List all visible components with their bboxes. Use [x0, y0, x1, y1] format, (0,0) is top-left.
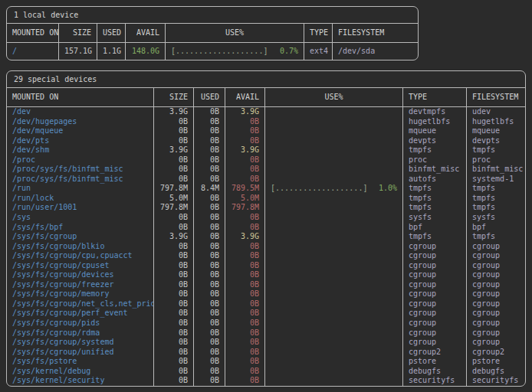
used-value: 0B: [193, 309, 225, 318]
type-value: hugetlbfs: [402, 117, 466, 127]
used-value: 0B: [193, 357, 225, 367]
mount-point: /sys: [7, 213, 153, 223]
used-value: 0B: [193, 289, 225, 299]
used-value: 0B: [193, 270, 225, 280]
mount-point: /sys/fs/cgroup/perf_event: [7, 309, 153, 318]
mount-point: /dev/hugepages: [7, 117, 153, 127]
filesystem-value: debugfs: [466, 367, 525, 377]
type-value: cgroup: [402, 328, 466, 338]
column-header-mounted-on: MOUNTED ON: [7, 24, 58, 42]
use-percent-cell: [264, 251, 402, 261]
avail-value: 0B: [225, 280, 264, 290]
avail-value: 0B: [225, 289, 264, 299]
avail-value: 0B: [225, 357, 264, 367]
use-percent-cell: [264, 165, 402, 175]
avail-value: 0B: [225, 270, 264, 280]
table-header-row: MOUNTED ON SIZE USED AVAIL USE% TYPE FIL…: [7, 24, 418, 43]
type-value: devtmpfs: [402, 107, 466, 117]
table-row: /proc0B0B0Bprocproc: [7, 155, 525, 165]
type-value: cgroup: [402, 338, 466, 348]
filesystem-value: cgroup: [466, 309, 525, 318]
type-value: cgroup: [402, 280, 466, 290]
filesystem-value: cgroup: [466, 261, 525, 271]
table-row: /sys/fs/cgroup/blkio0B0B0Bcgroupcgroup: [7, 242, 525, 252]
table-row: /157.1G1.1G148.0G[...................]0.…: [7, 43, 418, 60]
mount-point: /sys/fs/cgroup/rdma: [7, 328, 153, 338]
size-value: 0B: [153, 348, 193, 358]
table-row: /dev/shm3.9G0B3.9Gtmpfstmpfs: [7, 145, 525, 155]
type-value: sysfs: [402, 213, 466, 223]
mount-point: /dev/pts: [7, 136, 153, 146]
use-percent-cell: [264, 270, 402, 280]
table-row: /sys/fs/cgroup/memory0B0B0Bcgroupcgroup: [7, 289, 525, 299]
used-value: 0B: [193, 175, 225, 185]
type-value: proc: [402, 155, 466, 165]
size-value: 0B: [153, 309, 193, 318]
used-value: 0B: [193, 367, 225, 377]
table-row: /sys/fs/cgroup/rdma0B0B0Bcgroupcgroup: [7, 328, 525, 338]
size-value: 0B: [153, 213, 193, 223]
table-row: /dev/pts0B0B0Bdevptsdevpts: [7, 136, 525, 146]
use-percent-cell: [...................]1.0%: [264, 184, 402, 194]
filesystem-value: sysfs: [466, 213, 525, 223]
avail-value: 0B: [225, 251, 264, 261]
used-value: 0B: [193, 299, 225, 309]
filesystem-value: tmpfs: [466, 194, 525, 204]
avail-value: 789.5M: [225, 184, 264, 194]
size-value: 0B: [153, 376, 193, 386]
type-value: binfmt_misc: [402, 165, 466, 175]
table-row: /run797.8M8.4M789.5M[...................…: [7, 184, 525, 194]
avail-value: 3.9G: [225, 107, 264, 117]
used-value: 0B: [193, 194, 225, 204]
avail-value: 3.9G: [225, 145, 264, 155]
filesystem-value: cgroup: [466, 251, 525, 261]
column-header-type: TYPE: [304, 24, 332, 42]
column-header-use-percent: USE%: [165, 24, 304, 42]
use-percent-cell: [264, 280, 402, 290]
mount-point: /proc/sys/fs/binfmt_misc: [7, 165, 153, 175]
size-value: 0B: [153, 328, 193, 338]
use-percent-cell: [264, 338, 402, 348]
size-value: 3.9G: [153, 232, 193, 242]
table-row: /sys/fs/cgroup/freezer0B0B0Bcgroupcgroup: [7, 280, 525, 290]
local-devices-table: 1 local device MOUNTED ON SIZE USED AVAI…: [6, 6, 419, 60]
table-row: /sys/fs/cgroup/net_cls,net_prio0B0B0Bcgr…: [7, 299, 525, 309]
mount-point: /dev/shm: [7, 145, 153, 155]
table-row: /dev/hugepages0B0B0Bhugetlbfshugetlbfs: [7, 117, 525, 127]
used-value: 0B: [193, 328, 225, 338]
used-value: 0B: [193, 338, 225, 348]
size-value: 0B: [153, 117, 193, 127]
type-value: cgroup: [402, 318, 466, 328]
used-value: 0B: [193, 232, 225, 242]
table-row: /sys/fs/cgroup/perf_event0B0B0Bcgroupcgr…: [7, 309, 525, 318]
use-percent-cell: [264, 136, 402, 146]
column-header-filesystem: FILESYSTEM: [332, 24, 418, 42]
size-value: 0B: [153, 318, 193, 328]
use-percent-cell: [264, 357, 402, 367]
table-body: /157.1G1.1G148.0G[...................]0.…: [7, 43, 418, 60]
usage-percent: 1.0%: [379, 184, 397, 194]
mount-point: /dev: [7, 107, 153, 117]
column-header-used: USED: [97, 24, 125, 42]
avail-value: 0B: [225, 309, 264, 318]
type-value: debugfs: [402, 367, 466, 377]
size-value: 0B: [153, 357, 193, 367]
type-value: cgroup: [402, 242, 466, 252]
use-percent-cell: [264, 145, 402, 155]
type-value: cgroup: [402, 270, 466, 280]
used-value: 0B: [193, 348, 225, 358]
avail-value: 797.8M: [225, 203, 264, 213]
table-row: /sys/fs/cgroup/devices0B0B0Bcgroupcgroup: [7, 270, 525, 280]
filesystem-value: tmpfs: [466, 203, 525, 213]
table-row: /sys/fs/bpf0B0B0Bbpfbpf: [7, 223, 525, 233]
avail-value: 0B: [225, 117, 264, 127]
mount-point: /sys/fs/cgroup/unified: [7, 348, 153, 358]
mount-point: /dev/mqueue: [7, 126, 153, 136]
used-value: 0B: [193, 165, 225, 175]
filesystem-value: cgroup: [466, 289, 525, 299]
mount-point: /sys/kernel/debug: [7, 367, 153, 377]
use-percent-cell: [264, 289, 402, 299]
column-header-avail: AVAIL: [125, 24, 165, 42]
used-value: 0B: [193, 145, 225, 155]
avail-value: 0B: [225, 328, 264, 338]
